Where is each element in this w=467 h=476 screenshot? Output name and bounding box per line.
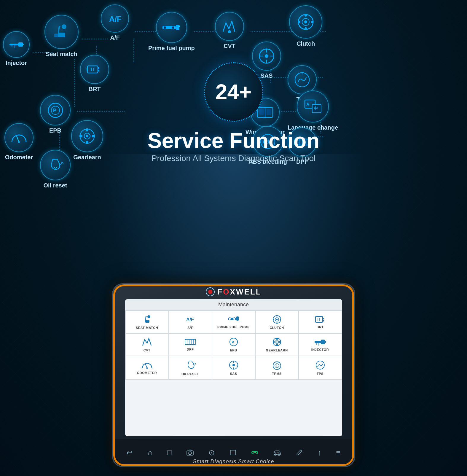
svg-point-74 — [229, 318, 231, 320]
grid-item-prime-fuel-pump[interactable]: PRIME FUEL PUMP — [212, 311, 255, 333]
svg-point-83 — [280, 319, 281, 320]
clutch-label: Clutch — [297, 40, 315, 47]
service-function-section: Service Function Profession All Systems … — [147, 129, 319, 163]
svg-rect-102 — [279, 341, 281, 343]
svg-point-80 — [276, 315, 278, 316]
injector-grid-icon — [314, 338, 326, 346]
grid-item-tpms[interactable]: ! TPMS — [256, 356, 298, 379]
icon-item-oil-reset: Oil reset — [40, 150, 71, 189]
grid-item-sas[interactable]: SAS — [212, 356, 255, 379]
tps-grid-icon — [315, 360, 325, 370]
odometer-grid-label: ODOMETER — [137, 371, 157, 375]
svg-rect-123 — [189, 450, 191, 451]
tpms-grid-label: TPMS — [272, 372, 282, 375]
grid-item-clutch[interactable]: CLUTCH — [256, 311, 298, 333]
tablet-device: FOXWELL Maintenance SEAT MATCH A/F — [112, 283, 355, 467]
cvt-grid-label: CVT — [144, 348, 151, 352]
svg-point-81 — [276, 322, 278, 324]
svg-text:A: A — [306, 102, 309, 106]
epb-label: EPB — [49, 127, 61, 134]
sas-grid-icon — [229, 360, 239, 370]
svg-rect-57 — [86, 141, 88, 144]
svg-point-112 — [232, 364, 235, 366]
svg-text:!: ! — [276, 364, 277, 367]
dpf-grid-icon — [185, 338, 196, 346]
sas-label: SAS — [260, 72, 272, 79]
odometer-label: Odometer — [5, 154, 33, 161]
icon-item-injector: Injector — [3, 31, 30, 66]
af-icon-circle: A/F — [101, 4, 129, 33]
tpms-grid-icon: ! — [272, 360, 282, 370]
grid-item-seat-match[interactable]: SEAT MATCH — [126, 311, 168, 333]
clutch-grid-label: CLUTCH — [270, 326, 284, 329]
cvt-icon-circle — [215, 12, 244, 41]
nav-back[interactable]: ↩ — [126, 448, 133, 457]
af-label: A/F — [110, 34, 119, 41]
seat-match-label: Seat match — [46, 51, 77, 58]
injector-label: Injector — [6, 60, 27, 66]
svg-point-8 — [163, 26, 166, 29]
svg-rect-43 — [267, 109, 271, 115]
icon-item-cvt: CVT — [215, 12, 244, 50]
brt-grid-icon — [315, 315, 326, 324]
connector-line-v — [74, 59, 75, 107]
icon-item-gearlearn: Gearlearn — [71, 120, 103, 161]
grid-item-epb[interactable]: P EPB — [212, 334, 255, 356]
af-grid-icon: A/F — [186, 315, 195, 324]
tps-icon-circle — [288, 65, 317, 94]
grid-item-brt[interactable]: BRT — [299, 311, 342, 333]
svg-point-49 — [18, 141, 20, 143]
grid-item-tps[interactable]: TPS — [299, 356, 342, 379]
svg-point-122 — [189, 452, 192, 455]
grid-item-dpf[interactable]: DPF — [169, 334, 212, 356]
prime-fuel-pump-icon-circle — [156, 12, 187, 43]
prime-fuel-pump-label: Prime fuel pump — [148, 45, 195, 52]
grid-item-injector[interactable]: INJECTOR — [299, 334, 342, 356]
svg-rect-24 — [98, 70, 99, 71]
nav-upload[interactable]: ↑ — [317, 448, 321, 457]
nav-link[interactable] — [251, 450, 258, 455]
icon-item-af: A/F A/F — [101, 4, 129, 41]
grid-item-odometer[interactable]: ODOMETER — [126, 356, 168, 379]
grid-item-gearlearn[interactable]: GEARLEARN — [256, 334, 298, 356]
nav-globe[interactable]: ⊙ — [208, 448, 215, 457]
cvt-label: CVT — [224, 43, 235, 50]
svg-rect-76 — [236, 316, 239, 321]
icon-item-odometer: Odometer — [4, 123, 34, 161]
clutch-icon-circle — [289, 5, 322, 39]
nav-home[interactable]: ⌂ — [148, 448, 152, 457]
icon-item-epb: P EPB — [40, 95, 71, 134]
sas-icon-circle — [252, 42, 281, 71]
svg-rect-101 — [273, 341, 275, 343]
nav-wrench[interactable] — [296, 449, 303, 456]
nav-square[interactable]: □ — [167, 448, 172, 457]
nav-camera[interactable] — [187, 450, 194, 456]
svg-point-19 — [311, 21, 313, 23]
oil-reset-label: Oil reset — [43, 182, 67, 189]
cvt-grid-icon — [142, 337, 152, 347]
svg-point-55 — [86, 135, 88, 137]
grid-item-oilreset[interactable]: OILRESET — [169, 356, 212, 379]
grid-item-cvt[interactable]: CVT — [126, 334, 168, 356]
svg-rect-105 — [325, 341, 326, 343]
fuel-grid-icon — [228, 315, 240, 324]
epb-grid-label: EPB — [230, 348, 237, 352]
svg-line-48 — [17, 136, 19, 142]
icon-item-clutch: Clutch — [289, 5, 322, 47]
nav-car[interactable] — [273, 450, 281, 456]
service-function-subtitle: Profession All Systems Diagnostic Scan T… — [147, 154, 319, 163]
oil-reset-icon-circle — [40, 150, 71, 180]
epb-icon-circle: P — [40, 95, 71, 125]
brt-label: BRT — [88, 86, 101, 93]
af-grid-label: A/F — [187, 326, 193, 329]
svg-point-109 — [146, 367, 148, 369]
svg-rect-88 — [323, 320, 324, 321]
screen-title: Maintenance — [125, 299, 342, 311]
svg-point-82 — [273, 319, 274, 320]
svg-rect-124 — [231, 450, 235, 455]
nav-crop[interactable] — [230, 449, 236, 456]
odometer-grid-icon — [142, 361, 152, 369]
nav-menu[interactable]: ≡ — [336, 448, 340, 457]
grid-item-af[interactable]: A/F A/F — [169, 311, 212, 333]
tps-grid-label: TPS — [317, 372, 323, 375]
